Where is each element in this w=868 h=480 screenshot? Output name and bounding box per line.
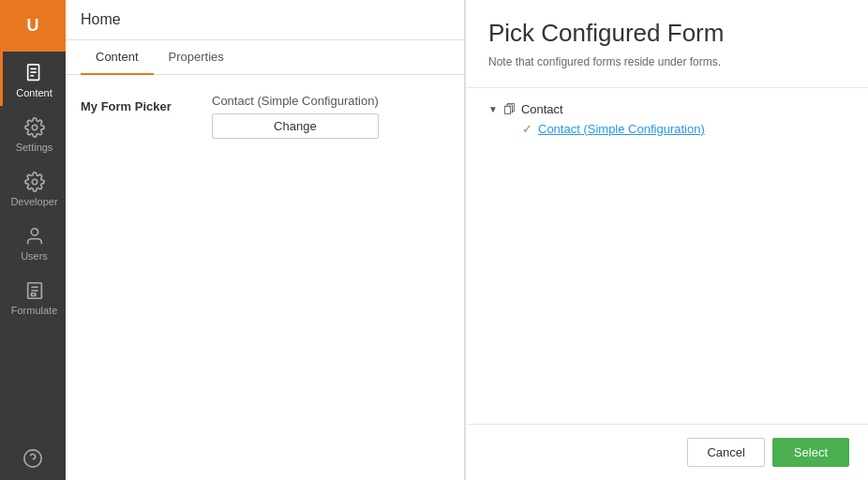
form-picker-current-value: Contact (Simple Configuration) [212, 94, 379, 108]
cancel-button[interactable]: Cancel [687, 438, 764, 467]
right-panel-note: Note that configured forms reside under … [488, 55, 846, 68]
sidebar: U Content Settings Developer Users [0, 0, 66, 480]
sidebar-bottom [0, 437, 66, 480]
tree-arrow-icon: ▼ [488, 104, 498, 114]
tree-check-icon: ✓ [522, 122, 532, 136]
select-button[interactable]: Select [772, 438, 849, 467]
tree-root-label: Contact [521, 102, 563, 116]
help-button[interactable] [0, 437, 66, 480]
svg-point-12 [24, 450, 41, 467]
tree-child-link[interactable]: Contact (Simple Configuration) [538, 122, 705, 136]
users-icon [24, 226, 45, 247]
form-picker-value-group: Contact (Simple Configuration) Change [212, 94, 379, 139]
content-icon [24, 63, 45, 83]
sidebar-item-formulate[interactable]: Formulate [0, 269, 66, 323]
right-panel: Pick Configured Form Note that configure… [465, 0, 868, 480]
svg-point-6 [32, 179, 37, 185]
tree-folder-icon: 🗍 [503, 102, 516, 116]
sidebar-logo[interactable]: U [0, 0, 66, 52]
sidebar-item-label: Settings [16, 142, 53, 153]
breadcrumb-text: Home [81, 11, 121, 27]
tree-root-item[interactable]: ▼ 🗍 Contact [488, 99, 846, 119]
sidebar-item-content[interactable]: Content [0, 52, 66, 106]
sidebar-item-label: Users [21, 250, 48, 262]
right-panel-footer: Cancel Select [466, 424, 868, 480]
sidebar-item-label: Content [16, 87, 52, 98]
tab-content[interactable]: Content [81, 40, 154, 75]
tab-properties[interactable]: Properties [154, 40, 239, 75]
sidebar-item-settings[interactable]: Settings [0, 106, 66, 160]
umbraco-logo-icon: U [18, 11, 48, 41]
sidebar-item-developer[interactable]: Developer [0, 160, 66, 215]
form-picker-label: My Form Picker [81, 94, 193, 113]
sidebar-item-label: Formulate [11, 305, 58, 316]
svg-text:U: U [27, 16, 39, 35]
svg-point-7 [31, 229, 37, 235]
tree-child-item[interactable]: ✓ Contact (Simple Configuration) [522, 119, 846, 139]
form-picker-row: My Form Picker Contact (Simple Configura… [81, 94, 449, 139]
tab-bar: Content Properties [66, 40, 464, 75]
page-breadcrumb: Home [66, 0, 464, 40]
developer-icon [24, 172, 45, 192]
main-area: Home Content Properties My Form Picker C… [66, 0, 465, 480]
right-panel-header: Pick Configured Form Note that configure… [466, 0, 868, 88]
main-content-area: My Form Picker Contact (Simple Configura… [66, 75, 464, 480]
tree-children: ✓ Contact (Simple Configuration) [488, 119, 846, 139]
settings-icon [24, 117, 45, 138]
change-button[interactable]: Change [212, 113, 379, 139]
svg-rect-11 [31, 293, 36, 296]
formulate-icon [24, 280, 45, 301]
sidebar-item-label: Developer [10, 196, 57, 207]
right-panel-title: Pick Configured Form [488, 19, 846, 48]
sidebar-item-users[interactable]: Users [0, 215, 66, 269]
help-icon [22, 448, 43, 469]
right-panel-tree: ▼ 🗍 Contact ✓ Contact (Simple Configurat… [466, 88, 868, 424]
